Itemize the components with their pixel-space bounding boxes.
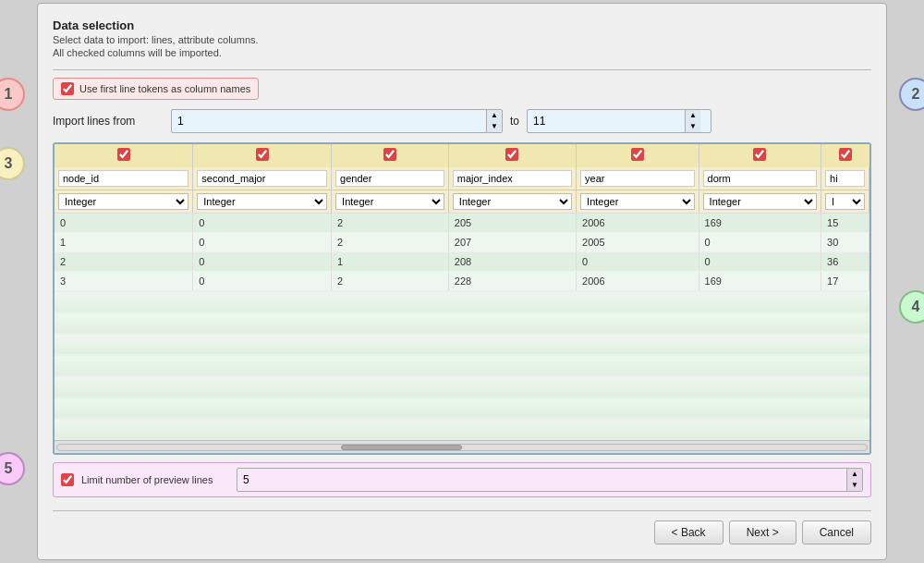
empty-row (55, 419, 869, 440)
back-button[interactable]: < Back (654, 520, 723, 545)
col-year-type-select[interactable]: IntegerStringDouble (580, 193, 695, 210)
limit-preview-checkbox[interactable] (61, 473, 74, 486)
use-first-line-checkbox[interactable] (61, 82, 74, 95)
use-first-line-row: Use first line tokens as column names (53, 78, 259, 100)
col-year-type-cell: IntegerStringDouble (577, 190, 699, 214)
import-lines-label: Import lines from (53, 115, 164, 128)
table-row: 1 0 2 207 2005 0 30 (55, 233, 869, 252)
col-name-row (55, 167, 869, 190)
step-1-circle: 1 (0, 78, 25, 111)
table-row: 3 0 2 228 2006 169 17 (55, 272, 869, 291)
col-hi-checkbox[interactable] (839, 148, 852, 161)
import-from-spinbox: 1 ▲ ▼ (171, 109, 503, 133)
scrollbar-thumb[interactable] (341, 445, 462, 450)
limit-preview-label: Limit number of preview lines (81, 474, 229, 485)
bottom-separator (53, 510, 871, 511)
col-node-name-cell (55, 167, 193, 190)
col-dorm-type-cell: IntegerStringDouble (699, 190, 821, 214)
type-row: IntegerStringDouble IntegerStringDouble … (55, 190, 869, 214)
limit-preview-down[interactable]: ▼ (847, 480, 862, 491)
col-node-check-cell (55, 144, 193, 167)
step-5-circle: 5 (0, 452, 25, 485)
col-year-check-cell (577, 144, 699, 167)
col-hi-check-cell (821, 144, 869, 167)
col-year-name-cell (577, 167, 699, 190)
col-second-type-cell: IntegerStringDouble (193, 190, 332, 214)
import-from-arrows: ▲ ▼ (486, 110, 502, 132)
import-to-spinbox: 11 ▲ ▼ (527, 109, 711, 133)
col-major-name-cell (448, 167, 576, 190)
import-from-down[interactable]: ▼ (487, 121, 502, 132)
col-second-name-cell (193, 167, 332, 190)
col-gender-type-cell: IntegerStringDouble (332, 190, 449, 214)
subtitle-line1: Select data to import: lines, attribute … (53, 34, 871, 45)
empty-row (55, 291, 869, 312)
cancel-button[interactable]: Cancel (802, 520, 871, 545)
col-dorm-type-select[interactable]: IntegerStringDouble (703, 193, 818, 210)
import-from-up[interactable]: ▲ (487, 110, 502, 121)
import-from-input[interactable]: 1 (172, 112, 486, 130)
col-hi-type-cell: IIntegerString (821, 190, 869, 214)
col-gender-name-input[interactable] (335, 170, 444, 187)
import-to-arrows: ▲ ▼ (685, 110, 700, 132)
main-dialog: 1 2 3 4 5 Data selection Select data to … (37, 3, 887, 560)
step-2-circle: 2 (899, 78, 924, 111)
col-major-checkbox[interactable] (505, 148, 518, 161)
col-gender-type-select[interactable]: IntegerStringDouble (335, 193, 444, 210)
col-hi-name-cell (821, 167, 869, 190)
empty-row (55, 312, 869, 334)
table-row: 2 0 1 208 0 0 36 (55, 252, 869, 272)
col-hi-type-select[interactable]: IIntegerString (825, 193, 865, 210)
limit-preview-input[interactable]: 5 (237, 471, 846, 489)
col-gender-name-cell (332, 167, 449, 190)
col-node-type-select[interactable]: IntegerStringDouble (58, 193, 188, 210)
empty-row (55, 334, 869, 355)
use-first-line-label: Use first line tokens as column names (79, 83, 250, 94)
col-major-name-input[interactable] (453, 170, 572, 187)
import-to-input[interactable]: 11 (528, 112, 685, 130)
col-hi-name-input[interactable] (825, 170, 865, 187)
import-to-up[interactable]: ▲ (686, 110, 700, 121)
title-section: Data selection Select data to import: li… (53, 18, 871, 58)
step-3-circle: 3 (0, 147, 25, 180)
to-label: to (510, 115, 519, 128)
dialog-title: Data selection (53, 18, 871, 32)
empty-row (55, 355, 869, 376)
limit-preview-spinbox: 5 ▲ ▼ (237, 468, 863, 492)
limit-preview-row: Limit number of preview lines 5 ▲ ▼ (53, 462, 871, 497)
col-second-checkbox[interactable] (256, 148, 269, 161)
col-year-name-input[interactable] (580, 170, 695, 187)
empty-row (55, 376, 869, 398)
col-second-check-cell (193, 144, 332, 167)
col-second-type-select[interactable]: IntegerStringDouble (197, 193, 327, 210)
col-node-name-input[interactable] (58, 170, 188, 187)
import-to-down[interactable]: ▼ (686, 121, 700, 132)
col-dorm-name-cell (699, 167, 821, 190)
col-dorm-name-input[interactable] (703, 170, 818, 187)
data-table-container: IntegerStringDouble IntegerStringDouble … (53, 142, 871, 455)
bottom-buttons: < Back Next > Cancel (53, 520, 871, 545)
empty-row (55, 398, 869, 419)
col-dorm-checkbox[interactable] (753, 148, 766, 161)
limit-preview-arrows: ▲ ▼ (846, 469, 862, 491)
col-gender-check-cell (332, 144, 449, 167)
col-major-type-cell: IntegerStringDouble (448, 190, 576, 214)
col-node-checkbox[interactable] (117, 148, 130, 161)
horizontal-scrollbar[interactable] (55, 440, 869, 453)
col-dorm-check-cell (699, 144, 821, 167)
col-gender-checkbox[interactable] (383, 148, 396, 161)
data-table: IntegerStringDouble IntegerStringDouble … (55, 144, 869, 440)
col-year-checkbox[interactable] (631, 148, 644, 161)
col-major-type-select[interactable]: IntegerStringDouble (453, 193, 572, 210)
step-4-circle: 4 (899, 290, 924, 324)
top-separator (53, 69, 871, 70)
checkbox-header-row (55, 144, 869, 167)
col-node-type-cell: IntegerStringDouble (55, 190, 193, 214)
col-major-check-cell (448, 144, 576, 167)
import-lines-row: Import lines from 1 ▲ ▼ to 11 ▲ ▼ (53, 109, 871, 133)
col-second-name-input[interactable] (197, 170, 327, 187)
table-row: 0 0 2 205 2006 169 15 (55, 214, 869, 233)
limit-preview-up[interactable]: ▲ (847, 469, 862, 480)
next-button[interactable]: Next > (729, 520, 796, 545)
scrollbar-track[interactable] (56, 444, 868, 451)
